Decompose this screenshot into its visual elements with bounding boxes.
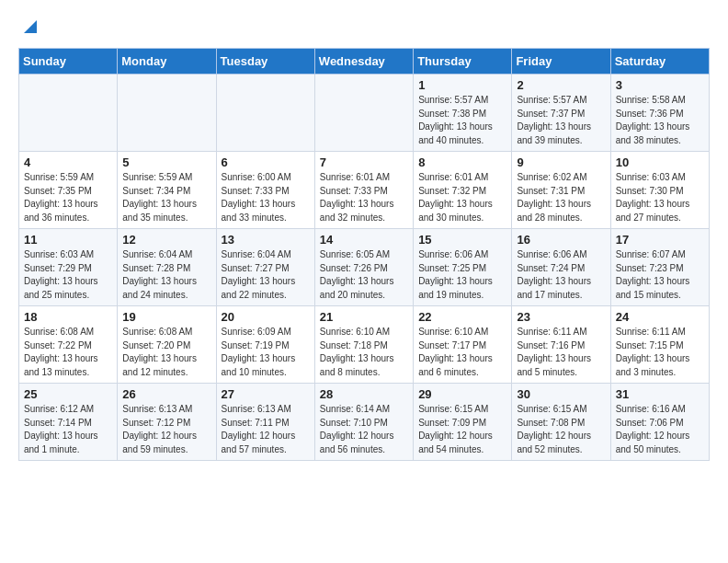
calendar-cell: 2Sunrise: 5:57 AM Sunset: 7:37 PM Daylig… xyxy=(512,75,610,152)
day-info: Sunrise: 5:57 AM Sunset: 7:37 PM Dayligh… xyxy=(517,94,605,147)
calendar-cell: 23Sunrise: 6:11 AM Sunset: 7:16 PM Dayli… xyxy=(512,306,610,384)
calendar-cell: 5Sunrise: 5:59 AM Sunset: 7:34 PM Daylig… xyxy=(118,152,216,229)
day-info: Sunrise: 6:03 AM Sunset: 7:29 PM Dayligh… xyxy=(24,248,112,302)
calendar-cell: 4Sunrise: 5:59 AM Sunset: 7:35 PM Daylig… xyxy=(19,152,118,229)
calendar-cell: 11Sunrise: 6:03 AM Sunset: 7:29 PM Dayli… xyxy=(19,229,118,306)
day-info: Sunrise: 6:02 AM Sunset: 7:31 PM Dayligh… xyxy=(517,171,605,224)
day-number: 22 xyxy=(418,310,506,324)
day-info: Sunrise: 6:01 AM Sunset: 7:32 PM Dayligh… xyxy=(418,171,506,224)
day-number: 30 xyxy=(517,387,605,401)
calendar-header-row: SundayMondayTuesdayWednesdayThursdayFrid… xyxy=(19,49,710,75)
logo-arrow-icon xyxy=(22,18,39,35)
calendar-week-row: 18Sunrise: 6:08 AM Sunset: 7:22 PM Dayli… xyxy=(19,306,710,384)
calendar-table: SundayMondayTuesdayWednesdayThursdayFrid… xyxy=(18,48,710,461)
calendar-cell: 31Sunrise: 6:16 AM Sunset: 7:06 PM Dayli… xyxy=(610,384,709,461)
calendar-cell xyxy=(216,75,314,152)
day-number: 26 xyxy=(122,387,210,401)
calendar-cell: 1Sunrise: 5:57 AM Sunset: 7:38 PM Daylig… xyxy=(414,75,512,152)
calendar-cell: 21Sunrise: 6:10 AM Sunset: 7:18 PM Dayli… xyxy=(314,306,413,384)
day-number: 20 xyxy=(222,310,310,324)
day-number: 24 xyxy=(616,310,704,324)
calendar-cell: 25Sunrise: 6:12 AM Sunset: 7:14 PM Dayli… xyxy=(19,384,118,461)
day-number: 21 xyxy=(320,310,408,324)
header-tuesday: Tuesday xyxy=(216,49,314,75)
day-info: Sunrise: 5:59 AM Sunset: 7:35 PM Dayligh… xyxy=(24,171,112,224)
calendar-cell: 8Sunrise: 6:01 AM Sunset: 7:32 PM Daylig… xyxy=(414,152,512,229)
calendar-cell: 24Sunrise: 6:11 AM Sunset: 7:15 PM Dayli… xyxy=(610,306,709,384)
day-number: 25 xyxy=(24,387,112,401)
day-info: Sunrise: 6:16 AM Sunset: 7:06 PM Dayligh… xyxy=(616,403,704,456)
calendar-cell: 19Sunrise: 6:08 AM Sunset: 7:20 PM Dayli… xyxy=(118,306,216,384)
day-info: Sunrise: 6:08 AM Sunset: 7:22 PM Dayligh… xyxy=(24,326,112,379)
svg-marker-0 xyxy=(24,20,37,33)
day-number: 5 xyxy=(122,155,210,169)
day-info: Sunrise: 6:08 AM Sunset: 7:20 PM Dayligh… xyxy=(122,326,210,379)
calendar-cell: 9Sunrise: 6:02 AM Sunset: 7:31 PM Daylig… xyxy=(512,152,610,229)
day-info: Sunrise: 6:04 AM Sunset: 7:28 PM Dayligh… xyxy=(122,248,210,302)
header-wednesday: Wednesday xyxy=(314,49,413,75)
calendar-cell: 20Sunrise: 6:09 AM Sunset: 7:19 PM Dayli… xyxy=(216,306,314,384)
calendar-cell: 22Sunrise: 6:10 AM Sunset: 7:17 PM Dayli… xyxy=(414,306,512,384)
day-info: Sunrise: 6:09 AM Sunset: 7:19 PM Dayligh… xyxy=(222,326,310,379)
calendar-cell: 16Sunrise: 6:06 AM Sunset: 7:24 PM Dayli… xyxy=(512,229,610,306)
calendar-cell: 13Sunrise: 6:04 AM Sunset: 7:27 PM Dayli… xyxy=(216,229,314,306)
day-info: Sunrise: 6:05 AM Sunset: 7:26 PM Dayligh… xyxy=(320,248,408,302)
header-thursday: Thursday xyxy=(414,49,512,75)
calendar-cell: 28Sunrise: 6:14 AM Sunset: 7:10 PM Dayli… xyxy=(314,384,413,461)
calendar-cell: 12Sunrise: 6:04 AM Sunset: 7:28 PM Dayli… xyxy=(118,229,216,306)
day-info: Sunrise: 6:06 AM Sunset: 7:25 PM Dayligh… xyxy=(418,248,506,302)
calendar-cell: 6Sunrise: 6:00 AM Sunset: 7:33 PM Daylig… xyxy=(216,152,314,229)
day-number: 9 xyxy=(517,155,605,169)
day-number: 1 xyxy=(418,78,506,92)
day-info: Sunrise: 6:06 AM Sunset: 7:24 PM Dayligh… xyxy=(517,248,605,302)
day-number: 10 xyxy=(616,155,704,169)
calendar-cell: 14Sunrise: 6:05 AM Sunset: 7:26 PM Dayli… xyxy=(314,229,413,306)
day-info: Sunrise: 6:04 AM Sunset: 7:27 PM Dayligh… xyxy=(222,248,310,302)
day-info: Sunrise: 5:58 AM Sunset: 7:36 PM Dayligh… xyxy=(616,94,704,147)
day-info: Sunrise: 6:00 AM Sunset: 7:33 PM Dayligh… xyxy=(222,171,310,224)
calendar-week-row: 11Sunrise: 6:03 AM Sunset: 7:29 PM Dayli… xyxy=(19,229,710,306)
page-header xyxy=(18,18,710,39)
calendar-cell: 18Sunrise: 6:08 AM Sunset: 7:22 PM Dayli… xyxy=(19,306,118,384)
header-friday: Friday xyxy=(512,49,610,75)
day-info: Sunrise: 6:07 AM Sunset: 7:23 PM Dayligh… xyxy=(616,248,704,302)
header-monday: Monday xyxy=(118,49,216,75)
calendar-cell: 27Sunrise: 6:13 AM Sunset: 7:11 PM Dayli… xyxy=(216,384,314,461)
day-info: Sunrise: 6:01 AM Sunset: 7:33 PM Dayligh… xyxy=(320,171,408,224)
calendar-cell xyxy=(118,75,216,152)
calendar-week-row: 25Sunrise: 6:12 AM Sunset: 7:14 PM Dayli… xyxy=(19,384,710,461)
day-number: 15 xyxy=(418,233,506,247)
day-info: Sunrise: 6:10 AM Sunset: 7:18 PM Dayligh… xyxy=(320,326,408,379)
day-number: 8 xyxy=(418,155,506,169)
calendar-cell: 10Sunrise: 6:03 AM Sunset: 7:30 PM Dayli… xyxy=(610,152,709,229)
day-number: 4 xyxy=(24,155,112,169)
day-info: Sunrise: 6:15 AM Sunset: 7:08 PM Dayligh… xyxy=(517,403,605,456)
day-number: 13 xyxy=(222,233,310,247)
calendar-cell: 17Sunrise: 6:07 AM Sunset: 7:23 PM Dayli… xyxy=(610,229,709,306)
day-info: Sunrise: 5:57 AM Sunset: 7:38 PM Dayligh… xyxy=(418,94,506,147)
day-number: 17 xyxy=(616,233,704,247)
day-info: Sunrise: 6:15 AM Sunset: 7:09 PM Dayligh… xyxy=(418,403,506,456)
day-info: Sunrise: 6:12 AM Sunset: 7:14 PM Dayligh… xyxy=(24,403,112,456)
calendar-week-row: 4Sunrise: 5:59 AM Sunset: 7:35 PM Daylig… xyxy=(19,152,710,229)
day-number: 31 xyxy=(616,387,704,401)
day-number: 19 xyxy=(122,310,210,324)
day-number: 28 xyxy=(320,387,408,401)
calendar-cell xyxy=(314,75,413,152)
calendar-cell: 7Sunrise: 6:01 AM Sunset: 7:33 PM Daylig… xyxy=(314,152,413,229)
day-info: Sunrise: 5:59 AM Sunset: 7:34 PM Dayligh… xyxy=(122,171,210,224)
calendar-cell: 3Sunrise: 5:58 AM Sunset: 7:36 PM Daylig… xyxy=(610,75,709,152)
day-number: 29 xyxy=(418,387,506,401)
day-info: Sunrise: 6:11 AM Sunset: 7:15 PM Dayligh… xyxy=(616,326,704,379)
header-saturday: Saturday xyxy=(610,49,709,75)
day-info: Sunrise: 6:10 AM Sunset: 7:17 PM Dayligh… xyxy=(418,326,506,379)
calendar-cell: 26Sunrise: 6:13 AM Sunset: 7:12 PM Dayli… xyxy=(118,384,216,461)
calendar-cell: 29Sunrise: 6:15 AM Sunset: 7:09 PM Dayli… xyxy=(414,384,512,461)
day-number: 14 xyxy=(320,233,408,247)
day-number: 3 xyxy=(616,78,704,92)
day-info: Sunrise: 6:13 AM Sunset: 7:11 PM Dayligh… xyxy=(222,403,310,456)
day-number: 6 xyxy=(222,155,310,169)
day-number: 23 xyxy=(517,310,605,324)
day-number: 27 xyxy=(222,387,310,401)
day-number: 12 xyxy=(122,233,210,247)
